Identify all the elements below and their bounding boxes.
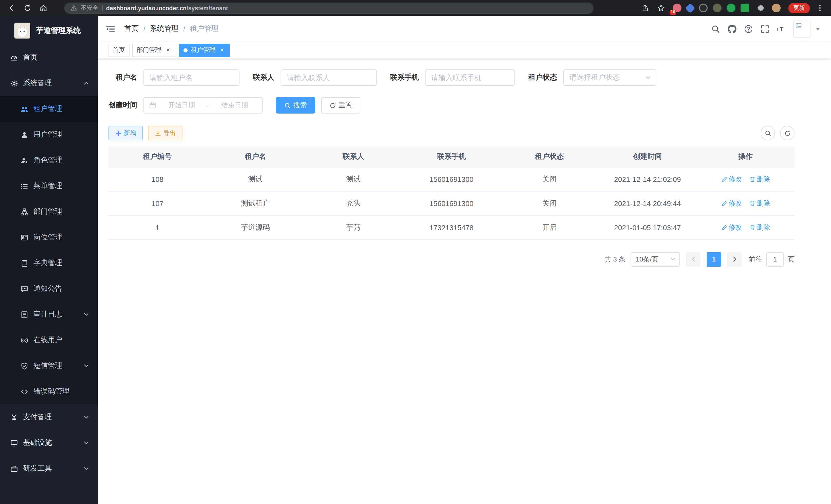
cell-status: 开启 [500, 215, 598, 239]
export-button[interactable]: 导出 [148, 126, 182, 140]
sidebar-item-dict[interactable]: 字典管理 [0, 250, 98, 276]
delete-link[interactable]: 删除 [749, 199, 770, 208]
tab-tenant[interactable]: 租户管理× [179, 43, 230, 57]
sidebar-item-infra[interactable]: 基础设施 [0, 430, 98, 456]
page-size-select[interactable]: 10条/页 [631, 252, 680, 266]
delete-link[interactable]: 删除 [749, 223, 770, 232]
sidebar-item-label: 通知公告 [33, 284, 62, 293]
delete-link[interactable]: 删除 [749, 174, 770, 184]
sidebar-item-audit-log[interactable]: 审计日志 [0, 302, 98, 327]
edit-icon [721, 200, 727, 206]
status-select[interactable]: 请选择租户状态 [563, 69, 656, 86]
extension-icon-4[interactable] [713, 4, 721, 12]
org-tree-icon [21, 208, 28, 215]
tab-active-dot [183, 48, 188, 52]
sidebar-item-tenant[interactable]: 租户管理 [0, 96, 98, 122]
sidebar-item-post[interactable]: 岗位管理 [0, 225, 98, 250]
reload-icon[interactable] [21, 2, 33, 14]
sidebar-item-online-user[interactable]: 在线用户 [0, 327, 98, 353]
sidebar-item-label: 错误码管理 [33, 387, 69, 396]
sidebar-item-menu[interactable]: 菜单管理 [0, 173, 98, 199]
address-bar[interactable]: 不安全 dashboard.yudao.iocoder.cn/system/te… [64, 2, 594, 13]
search-button[interactable]: 搜索 [276, 97, 315, 114]
next-page-button[interactable] [727, 252, 742, 266]
sidebar-item-notice[interactable]: 通知公告 [0, 276, 98, 302]
logo[interactable]: 芋道管理系统 [0, 16, 98, 45]
browser-menu-icon[interactable] [813, 2, 826, 14]
goto-page-input[interactable] [766, 252, 784, 266]
extensions-puzzle-icon[interactable] [754, 2, 767, 14]
breadcrumb-item-1[interactable]: 系统管理 [150, 24, 179, 33]
refresh-table-button[interactable] [780, 126, 795, 140]
share-icon[interactable] [639, 2, 651, 14]
reset-button[interactable]: 重置 [321, 97, 360, 114]
help-icon[interactable] [744, 24, 753, 33]
tenant-name-input[interactable] [143, 69, 239, 86]
navbar-actions: tT [711, 20, 821, 37]
breadcrumb-item-0[interactable]: 首页 [124, 24, 139, 33]
tab-label: 租户管理 [191, 46, 215, 55]
page-content: 租户名 联系人 联系手机 租户状态 请选择租户状态 [98, 59, 831, 504]
search-icon[interactable] [711, 24, 720, 33]
profile-avatar[interactable] [772, 4, 781, 12]
cell-phone: 15601691300 [402, 167, 500, 191]
chevron-down-icon[interactable] [815, 26, 821, 32]
cell-contact: 测试 [305, 167, 402, 191]
extension-icon-1[interactable]: 10 [673, 4, 682, 12]
home-icon[interactable] [37, 2, 49, 14]
column-header: 创建时间 [598, 146, 696, 167]
add-button[interactable]: 新增 [109, 126, 143, 140]
sidebar-item-sms[interactable]: 短信管理 [0, 353, 98, 379]
edit-link[interactable]: 修改 [721, 174, 742, 184]
tab-home[interactable]: 首页 [108, 43, 130, 57]
app-title: 芋道管理系统 [36, 25, 81, 35]
filter-row-2: 创建时间 开始日期 - 结束日期 搜索 重置 [109, 97, 795, 114]
extension-icon-5[interactable] [727, 4, 736, 12]
code-icon [21, 388, 28, 395]
sidebar-item-error-code[interactable]: 错误码管理 [0, 379, 98, 404]
extension-icon-2[interactable] [685, 3, 695, 13]
cell-status: 关闭 [500, 167, 598, 191]
fullscreen-icon[interactable] [761, 24, 769, 33]
tab-close-icon[interactable]: × [219, 47, 226, 54]
status-select-value: 请选择租户状态 [569, 73, 620, 82]
cell-name: 测试 [206, 167, 304, 191]
back-icon[interactable] [5, 2, 18, 14]
github-icon[interactable] [728, 24, 737, 33]
sidebar-item-dev-tools[interactable]: 研发工具 [0, 456, 98, 481]
cell-contact: 秃头 [305, 191, 402, 215]
phone-input[interactable] [425, 69, 515, 86]
bookmark-star-icon[interactable] [655, 2, 667, 14]
sidebar-item-user[interactable]: 用户管理 [0, 122, 98, 147]
edit-label: 修改 [728, 174, 742, 184]
status-label: 租户状态 [528, 73, 557, 82]
update-button[interactable]: 更新 [789, 3, 810, 13]
main-area: 首页/系统管理/租户管理 tT 首页部门管理×租户管理× 租户名 [98, 16, 831, 504]
column-header: 租户编号 [109, 146, 206, 167]
search-icon [284, 102, 291, 109]
svg-text:T: T [780, 25, 783, 32]
edit-link[interactable]: 修改 [721, 199, 742, 208]
column-header: 联系人 [305, 146, 402, 167]
delete-icon [749, 176, 755, 182]
prev-page-button[interactable] [686, 252, 700, 266]
edit-link[interactable]: 修改 [721, 223, 742, 232]
extension-icon-3[interactable] [699, 4, 708, 12]
avatar[interactable] [794, 20, 810, 37]
sidebar-item-payment[interactable]: 支付管理 [0, 404, 98, 430]
sidebar-item-dept[interactable]: 部门管理 [0, 199, 98, 225]
tab-dept[interactable]: 部门管理× [132, 43, 176, 57]
contact-input[interactable] [281, 69, 377, 86]
create-time-range-input[interactable]: 开始日期 - 结束日期 [143, 97, 263, 114]
breadcrumb-separator: / [183, 25, 185, 33]
extension-icon-6[interactable] [741, 4, 749, 12]
tab-close-icon[interactable]: × [165, 47, 172, 54]
sidebar-item-home[interactable]: 首页 [0, 45, 98, 70]
sidebar-item-label: 研发工具 [23, 464, 52, 473]
page-1-button[interactable]: 1 [707, 252, 721, 266]
sidebar-item-role[interactable]: 角色管理 [0, 147, 98, 173]
toggle-search-button[interactable] [761, 126, 775, 140]
sidebar-item-system[interactable]: 系统管理 [0, 70, 98, 96]
font-size-icon[interactable]: tT [777, 24, 786, 33]
sidebar-toggle-icon[interactable] [105, 24, 116, 33]
